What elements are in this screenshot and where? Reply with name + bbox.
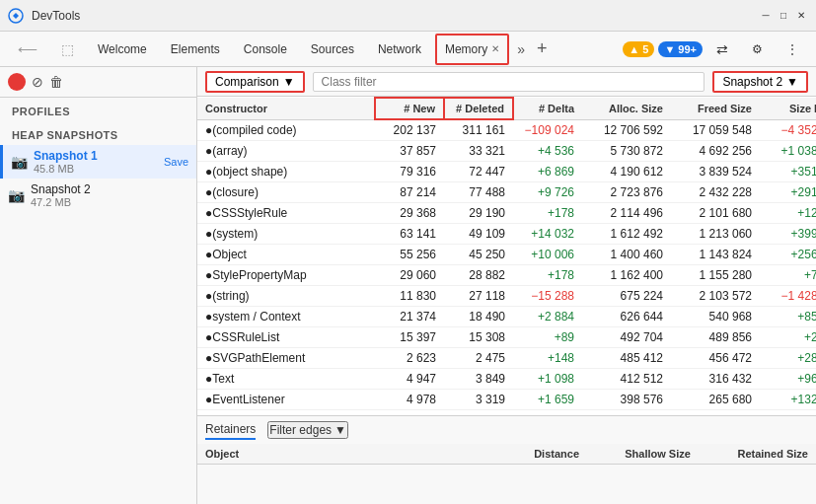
- cell-delta: −15 288: [513, 286, 582, 307]
- cell-deleted: 3 849: [444, 369, 513, 390]
- cell-alloc-size: 12 706 592: [582, 119, 671, 141]
- cell-deleted: 33 321: [444, 141, 513, 162]
- profiles-label: Profiles: [0, 98, 196, 125]
- tab-sources[interactable]: Sources: [301, 34, 364, 65]
- maximize-button[interactable]: □: [777, 9, 790, 23]
- bottom-header-retained[interactable]: Retained Size: [699, 444, 816, 465]
- cell-constructor: ●system / Context: [197, 307, 375, 327]
- cell-size-delta: +7 120: [760, 265, 816, 286]
- tab-welcome[interactable]: Welcome: [88, 34, 157, 65]
- bottom-header-shallow[interactable]: Shallow Size: [587, 444, 699, 465]
- header-constructor[interactable]: Constructor: [197, 98, 375, 119]
- table-row[interactable]: ●system / Context 21 374 18 490 +2 884 6…: [197, 307, 816, 327]
- cell-delta: +6 869: [513, 162, 582, 182]
- table-row[interactable]: ●Text 4 947 3 849 +1 098 412 512 316 432…: [197, 369, 816, 390]
- tab-console[interactable]: Console: [234, 34, 297, 65]
- cell-constructor: ●CSSRuleList: [197, 327, 375, 348]
- delete-button[interactable]: 🗑: [49, 74, 63, 90]
- cell-alloc-size: 1 612 492: [582, 224, 671, 245]
- record-button[interactable]: [8, 73, 26, 91]
- cell-freed-size: 17 059 548: [671, 119, 760, 141]
- cell-alloc-size: 5 730 872: [582, 141, 671, 162]
- table-row[interactable]: ●(string) 11 830 27 118 −15 288 675 224 …: [197, 286, 816, 307]
- bottom-header-object[interactable]: Object: [197, 444, 476, 465]
- snapshot-item-1[interactable]: 📷 Snapshot 1 45.8 MB Save: [0, 145, 196, 179]
- cell-constructor: ●SVGPathElement: [197, 348, 375, 369]
- close-button[interactable]: ✕: [794, 9, 808, 23]
- more-options-button[interactable]: ⋮: [777, 34, 808, 65]
- left-panel: ⊘ 🗑 Profiles HEAP SNAPSHOTS 📷 Snapshot 1…: [0, 67, 197, 504]
- cell-constructor: ●(system): [197, 224, 375, 245]
- header-size-delta[interactable]: Size Delta: [760, 98, 816, 119]
- table-row[interactable]: ●CSSStyleRule 29 368 29 190 +178 2 114 4…: [197, 203, 816, 224]
- cell-delta: +14 032: [513, 224, 582, 245]
- filter-edges-button[interactable]: Filter edges ▼: [267, 421, 348, 439]
- header-freed-size[interactable]: Freed Size: [671, 98, 760, 119]
- snapshot-item-2[interactable]: 📷 Snapshot 2 47.2 MB: [0, 179, 196, 212]
- more-tabs-button[interactable]: »: [513, 41, 529, 57]
- warning-badge[interactable]: ▲ 5: [623, 41, 654, 57]
- app-title: DevTools: [32, 9, 751, 23]
- bottom-header-distance[interactable]: Distance: [476, 444, 587, 465]
- header-deleted[interactable]: # Deleted: [444, 98, 513, 119]
- badge-group: ▲ 5 ▼ 99+: [623, 41, 703, 57]
- snapshot2-dropdown[interactable]: Snapshot 2 ▼: [712, 71, 808, 93]
- table-row[interactable]: ●(closure) 87 214 77 488 +9 726 2 723 87…: [197, 182, 816, 203]
- tab-memory[interactable]: Memory ✕: [435, 34, 509, 65]
- table-row[interactable]: ●(array) 37 857 33 321 +4 536 5 730 872 …: [197, 141, 816, 162]
- bottom-empty-row: [197, 465, 816, 505]
- add-tab-button[interactable]: +: [533, 38, 552, 59]
- cell-new: 29 368: [375, 203, 444, 224]
- minimize-button[interactable]: ─: [759, 9, 773, 23]
- clear-button[interactable]: ⊘: [32, 74, 43, 90]
- table-row[interactable]: ●CSSRuleList 15 397 15 308 +89 492 704 4…: [197, 327, 816, 348]
- cell-delta: +1 659: [513, 390, 582, 410]
- cell-alloc-size: 2 723 876: [582, 182, 671, 203]
- table-row[interactable]: ●(compiled code) 202 137 311 161 −109 02…: [197, 119, 816, 141]
- tab-elements[interactable]: Elements: [161, 34, 230, 65]
- table-row[interactable]: ●Object 55 256 45 250 +10 006 1 400 460 …: [197, 245, 816, 265]
- cell-size-delta: +351 088: [760, 162, 816, 182]
- cell-new: 87 214: [375, 182, 444, 203]
- snapshot2-arrow-icon: ▼: [786, 75, 798, 89]
- memory-tab-close[interactable]: ✕: [491, 43, 499, 54]
- table-row[interactable]: ●(system) 63 141 49 109 +14 032 1 612 49…: [197, 224, 816, 245]
- cell-size-delta: −4 352 956: [760, 119, 816, 141]
- retainers-tab[interactable]: Retainers: [205, 420, 256, 440]
- window-controls: ─ □ ✕: [759, 9, 808, 23]
- cell-freed-size: 540 968: [671, 307, 760, 327]
- cell-size-delta: +28 940: [760, 348, 816, 369]
- filter-edges-arrow-icon: ▼: [334, 423, 346, 437]
- toolbar-back-button[interactable]: ⟵: [8, 34, 47, 65]
- cell-constructor: ●(string): [197, 286, 375, 307]
- tab-network[interactable]: Network: [368, 34, 431, 65]
- header-alloc-size[interactable]: Alloc. Size: [582, 98, 671, 119]
- class-filter-input[interactable]: [313, 72, 705, 92]
- cell-new: 55 256: [375, 245, 444, 265]
- cell-new: 15 397: [375, 327, 444, 348]
- sync-button[interactable]: ⇄: [706, 34, 738, 65]
- header-delta[interactable]: # Delta: [513, 98, 582, 119]
- comparison-dropdown[interactable]: Comparison ▼: [205, 71, 305, 93]
- snapshot-2-icon: 📷: [8, 187, 25, 203]
- snapshot-1-save[interactable]: Save: [164, 156, 188, 168]
- cell-size-delta: +1 038 616: [760, 141, 816, 162]
- table-row[interactable]: ●SVGPathElement 2 623 2 475 +148 485 412…: [197, 348, 816, 369]
- cell-constructor: ●Object: [197, 245, 375, 265]
- table-row[interactable]: ●StylePropertyMap 29 060 28 882 +178 1 1…: [197, 265, 816, 286]
- settings-button[interactable]: ⚙: [742, 34, 773, 65]
- cell-constructor: ●CSSStyleRule: [197, 203, 375, 224]
- cell-size-delta: +132 896: [760, 390, 816, 410]
- cell-new: 4 978: [375, 390, 444, 410]
- snapshot-1-icon: 📷: [11, 154, 28, 170]
- header-new[interactable]: # New: [375, 98, 444, 119]
- info-badge[interactable]: ▼ 99+: [658, 41, 703, 57]
- cell-alloc-size: 1 400 460: [582, 245, 671, 265]
- snapshot-1-name: Snapshot 1: [34, 149, 158, 163]
- cell-alloc-size: 675 224: [582, 286, 671, 307]
- table-row[interactable]: ●(object shape) 79 316 72 447 +6 869 4 1…: [197, 162, 816, 182]
- cell-delta: +2 884: [513, 307, 582, 327]
- cell-new: 79 316: [375, 162, 444, 182]
- toolbar-inspect-button[interactable]: ⬚: [51, 34, 84, 65]
- table-row[interactable]: ●EventListener 4 978 3 319 +1 659 398 57…: [197, 390, 816, 410]
